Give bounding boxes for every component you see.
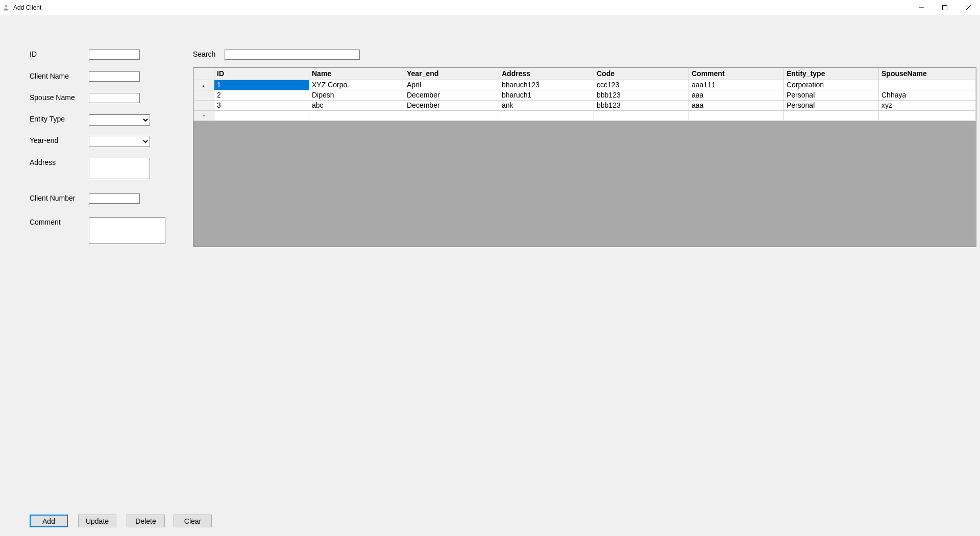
cell-code[interactable]	[594, 110, 689, 120]
entity-type-select[interactable]	[89, 114, 150, 126]
client-name-label: Client Name	[30, 72, 69, 80]
col-code[interactable]: Code	[594, 68, 689, 80]
cell-year-end[interactable]: April	[404, 80, 499, 90]
cell-spouse-name[interactable]: Chhaya	[879, 90, 976, 100]
cell-id[interactable]: 2	[214, 90, 309, 100]
clear-button[interactable]: Clear	[174, 515, 212, 527]
year-end-select[interactable]	[89, 136, 150, 147]
cell-name[interactable]	[309, 110, 404, 120]
cell-spouse-name[interactable]: xyz	[879, 100, 976, 110]
cell-address[interactable]: bharuch123	[499, 80, 594, 90]
search-label: Search	[193, 50, 215, 58]
comment-label: Comment	[30, 218, 61, 226]
col-name[interactable]: Name	[309, 68, 404, 80]
cell-comment[interactable]: aaa	[689, 90, 784, 100]
cell-year-end[interactable]	[404, 110, 499, 120]
new-row-marker-icon: *	[203, 114, 205, 119]
year-end-label: Year-end	[30, 136, 58, 144]
cell-entity-type[interactable]: Personal	[784, 90, 879, 100]
window-title: Add Client	[13, 4, 41, 11]
col-comment[interactable]: Comment	[689, 68, 784, 80]
grid-corner[interactable]	[194, 68, 214, 80]
delete-button[interactable]: Delete	[127, 515, 165, 527]
client-number-label: Client Number	[30, 194, 75, 202]
cell-spouse-name[interactable]	[879, 110, 976, 120]
search-input[interactable]	[225, 50, 360, 60]
cell-name[interactable]: XYZ Corpo.	[309, 80, 404, 90]
cell-code[interactable]: bbb123	[594, 90, 689, 100]
minimize-button[interactable]	[910, 0, 933, 15]
id-field[interactable]	[89, 50, 140, 60]
address-field[interactable]	[89, 158, 150, 179]
cell-spouse-name[interactable]	[879, 80, 976, 90]
col-spouse-name[interactable]: SpouseName	[879, 68, 976, 80]
cell-year-end[interactable]: December	[404, 100, 499, 110]
address-label: Address	[30, 158, 56, 166]
id-label: ID	[30, 50, 37, 58]
row-marker-icon: ▸	[203, 83, 205, 88]
table-row[interactable]: ▸ 1 XYZ Corpo. April bharuch123 ccc123 a…	[194, 80, 976, 90]
comment-field[interactable]	[89, 217, 165, 244]
svg-rect-2	[943, 6, 947, 10]
table-row[interactable]: 3 abc December ank bbb123 aaa Personal x…	[194, 100, 976, 110]
spouse-name-label: Spouse Name	[30, 93, 75, 102]
cell-address[interactable]	[499, 110, 594, 120]
new-row[interactable]: *	[194, 110, 976, 120]
cell-name[interactable]: Dipesh	[309, 90, 404, 100]
maximize-button[interactable]	[933, 0, 957, 15]
col-entity-type[interactable]: Entity_type	[784, 68, 879, 80]
client-number-field[interactable]	[89, 193, 140, 204]
cell-year-end[interactable]: December	[404, 90, 499, 100]
cell-code[interactable]: ccc123	[594, 80, 689, 90]
form-panel: ID Client Name Spouse Name Entity Type Y…	[0, 15, 980, 536]
col-id[interactable]: ID	[214, 68, 309, 80]
cell-entity-type[interactable]: Corporation	[784, 80, 879, 90]
cell-comment[interactable]: aaa111	[689, 80, 784, 90]
add-button[interactable]: Add	[30, 515, 68, 527]
cell-comment[interactable]: aaa	[689, 100, 784, 110]
client-name-field[interactable]	[89, 71, 140, 82]
cell-id[interactable]: 3	[214, 100, 309, 110]
cell-comment[interactable]	[689, 110, 784, 120]
clients-grid[interactable]: ID Name Year_end Address Code Comment En…	[193, 67, 976, 247]
close-button[interactable]	[957, 0, 980, 15]
cell-id[interactable]	[214, 110, 309, 120]
svg-point-0	[5, 5, 7, 7]
cell-code[interactable]: bbb123	[594, 100, 689, 110]
entity-type-label: Entity Type	[30, 115, 65, 123]
titlebar: Add Client	[0, 0, 980, 15]
cell-entity-type[interactable]	[784, 110, 879, 120]
table-row[interactable]: 2 Dipesh December bharuch1 bbb123 aaa Pe…	[194, 90, 976, 100]
grid-header-row: ID Name Year_end Address Code Comment En…	[194, 68, 976, 80]
app-icon	[2, 4, 10, 12]
cell-entity-type[interactable]: Personal	[784, 100, 879, 110]
spouse-name-field[interactable]	[89, 93, 140, 103]
cell-name[interactable]: abc	[309, 100, 404, 110]
col-year-end[interactable]: Year_end	[404, 68, 499, 80]
cell-address[interactable]: ank	[499, 100, 594, 110]
cell-id[interactable]: 1	[214, 80, 309, 90]
col-address[interactable]: Address	[499, 68, 594, 80]
update-button[interactable]: Update	[78, 515, 116, 527]
cell-address[interactable]: bharuch1	[499, 90, 594, 100]
